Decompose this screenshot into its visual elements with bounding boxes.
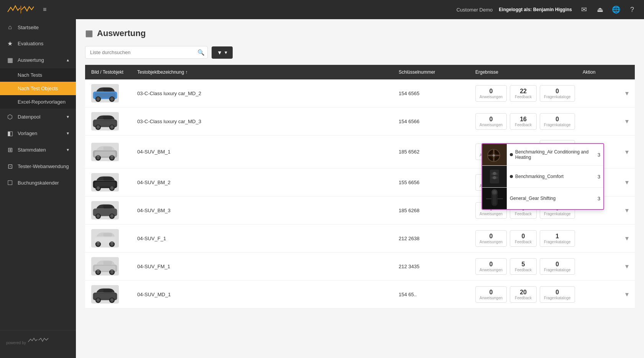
expand-button[interactable]: ▾: [625, 206, 629, 214]
search-wrapper: 🔍: [85, 46, 208, 59]
popup-item-name: Benchmarking_Air Conditioning and Heatin…: [510, 149, 589, 160]
badge-feedback: 20 Feedback: [510, 286, 537, 303]
home-icon: ⌂: [6, 24, 14, 31]
popup-thumb: [482, 144, 507, 165]
svg-rect-46: [95, 182, 115, 187]
table-row: 04-SUV_BM_1 185 6562 0 Anweisungen 0 Fee…: [85, 135, 635, 168]
row-key: 212 3435: [399, 264, 475, 269]
table-header: Bild / Testobjekt Testobjektbezeichnung …: [85, 65, 635, 79]
powered-by-label: powered by: [6, 341, 26, 345]
expand-button[interactable]: ▾: [625, 117, 629, 125]
car-image: [91, 257, 119, 276]
svg-point-32: [493, 172, 496, 175]
sidebar-item-startseite[interactable]: ⌂ Startseite: [0, 19, 76, 35]
svg-point-50: [97, 214, 100, 218]
search-input[interactable]: [85, 46, 208, 59]
sidebar-item-buchungskalender[interactable]: ☐ Buchungskalender: [0, 175, 76, 191]
badge-anweisungen: 0 Anweisungen: [475, 286, 507, 303]
page-title-icon: ▦: [85, 28, 93, 38]
popup-item-name: General_Gear Shifting: [510, 196, 589, 201]
svg-point-33: [493, 176, 496, 179]
chevron-down-icon: ▼: [66, 115, 70, 119]
sidebar-item-label: Nach Tests: [18, 72, 42, 78]
sidebar-item-nach-test-objects[interactable]: Nach Test Objects: [0, 82, 76, 95]
row-key: 154 6565: [399, 91, 475, 96]
expand-button[interactable]: ▾: [625, 234, 629, 243]
popup-thumb: [482, 188, 507, 209]
row-key: 154 65..: [399, 292, 475, 297]
sidebar: ⌂ Startseite ★ Evaluations ▦ Auswertung …: [0, 19, 76, 358]
col-ergebnisse: Ergebnisse: [475, 69, 583, 75]
expand-button[interactable]: ▾: [625, 290, 629, 299]
svg-point-43: [97, 186, 100, 190]
sidebar-item-auswertung[interactable]: ▦ Auswertung ▲: [0, 52, 76, 68]
table-row: 03-C-Class luxury car_MD_3 154 6566 0 An…: [85, 107, 635, 135]
col-bezeichnung: Testobjektbezeichnung ↑: [137, 69, 399, 75]
chevron-up-icon: ▲: [66, 58, 70, 62]
row-action: ▾: [583, 117, 629, 125]
badge-feedback: 0 Feedback: [510, 230, 537, 247]
svg-point-27: [493, 154, 495, 157]
topbar-right: Customer Demo Eingeloggt als: Benjamin H…: [457, 4, 638, 15]
globe-icon[interactable]: 🌐: [610, 4, 622, 15]
col-schluessel: Schlüsselnummer: [399, 69, 475, 75]
search-button[interactable]: 🔍: [197, 49, 205, 56]
table-body: 03-C-Class luxury car_MD_2 154 6565 0 An…: [85, 79, 635, 309]
expand-button[interactable]: ▾: [625, 89, 629, 97]
sidebar-item-evaluations[interactable]: ★ Evaluations: [0, 35, 76, 52]
table-row: 03-C-Class luxury car_MD_2 154 6565 0 An…: [85, 79, 635, 107]
car-image: [91, 143, 119, 161]
help-icon[interactable]: ?: [626, 4, 638, 15]
sidebar-item-label: Startseite: [18, 25, 39, 30]
car-image-cell: [91, 201, 137, 219]
tester-icon: ⊡: [6, 163, 14, 170]
car-image: [91, 173, 119, 191]
row-action: ▾: [583, 234, 629, 243]
row-action: ▾: [583, 262, 629, 271]
sidebar-submenu-auswertung: Nach Tests Nach Test Objects Excel-Repor…: [0, 68, 76, 109]
sidebar-item-nach-tests[interactable]: Nach Tests: [0, 68, 76, 82]
sidebar-item-stammdaten[interactable]: ⊞ Stammdaten ▼: [0, 142, 76, 158]
row-name: 03-C-Class luxury car_MD_3: [137, 119, 399, 124]
popup-item[interactable]: Benchmarking_Comfort 3: [482, 166, 603, 188]
status-dot: [510, 153, 513, 156]
svg-point-52: [110, 214, 114, 218]
expand-button[interactable]: ▾: [625, 178, 629, 186]
svg-rect-13: [95, 121, 115, 126]
sidebar-item-tester-webanwendung[interactable]: ⊡ Tester-Webanwendung: [0, 158, 76, 175]
logout-icon[interactable]: ⏏: [594, 4, 606, 15]
svg-point-10: [97, 125, 100, 129]
hamburger-button[interactable]: ≡: [43, 6, 46, 13]
row-name: 04-SUV_BM_1: [137, 149, 399, 155]
badge-feedback: 5 Feedback: [510, 258, 537, 275]
sidebar-item-vorlagen[interactable]: ◧ Vorlagen ▼: [0, 125, 76, 142]
car-image-cell: [91, 84, 137, 102]
footer-logo: [28, 337, 51, 344]
badge-anweisungen: 0 Anweisungen: [475, 230, 507, 247]
svg-point-73: [110, 299, 114, 302]
filter-button[interactable]: ▼ ▾: [212, 46, 233, 59]
svg-rect-74: [95, 294, 115, 299]
car-image-cell: [91, 257, 137, 276]
popup-item[interactable]: Benchmarking_Air Conditioning and Heatin…: [482, 144, 603, 166]
svg-point-3: [97, 97, 100, 101]
customer-label: Customer Demo: [457, 7, 493, 13]
results-cell: 0 Anweisungen 5 Feedback 0 Fragenkatalog…: [475, 258, 583, 275]
svg-rect-7: [104, 88, 112, 92]
popup-item[interactable]: General_Gear Shifting 3: [482, 188, 603, 209]
car-image: [91, 201, 119, 219]
expand-button[interactable]: ▾: [625, 148, 629, 156]
sidebar-item-label: Vorlagen: [18, 130, 37, 136]
svg-rect-53: [95, 210, 115, 215]
row-action: ▾: [583, 290, 629, 299]
expand-button[interactable]: ▾: [625, 262, 629, 271]
chart-icon: ▦: [6, 56, 14, 64]
sidebar-item-excel-reportvorlagen[interactable]: Excel-Reportvorlagen: [0, 95, 76, 109]
chevron-down-icon: ▼: [66, 131, 70, 135]
sidebar-footer: powered by: [0, 330, 76, 352]
svg-point-38: [493, 190, 496, 194]
mail-icon[interactable]: ✉: [578, 4, 590, 15]
sidebar-item-datenpool[interactable]: ⬡ Datenpool ▼: [0, 109, 76, 125]
row-key: 185 6268: [399, 208, 475, 213]
car-image-cell: [91, 112, 137, 130]
